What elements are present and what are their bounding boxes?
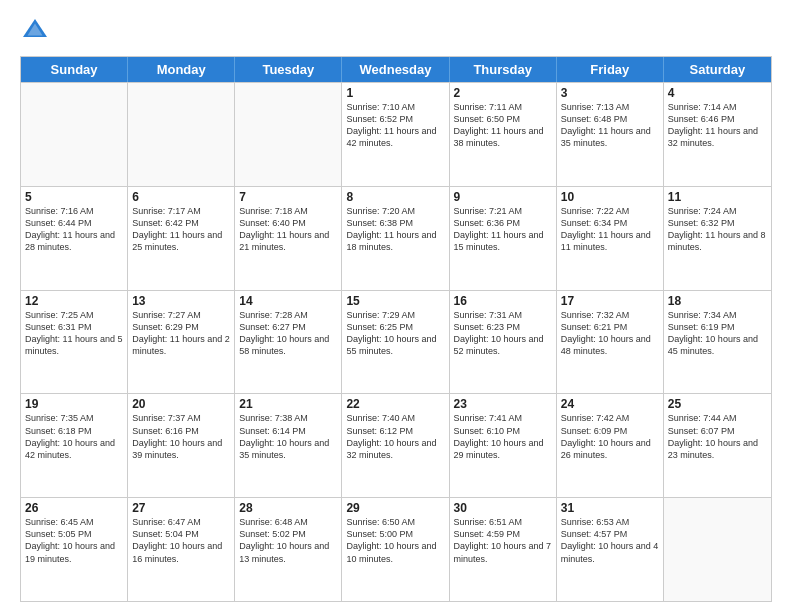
- calendar-day-23: 23Sunrise: 7:41 AM Sunset: 6:10 PM Dayli…: [450, 394, 557, 497]
- calendar-row-4: 19Sunrise: 7:35 AM Sunset: 6:18 PM Dayli…: [21, 393, 771, 497]
- day-number: 1: [346, 86, 444, 100]
- day-number: 6: [132, 190, 230, 204]
- day-number: 19: [25, 397, 123, 411]
- calendar-body: 1Sunrise: 7:10 AM Sunset: 6:52 PM Daylig…: [21, 82, 771, 601]
- calendar-day-6: 6Sunrise: 7:17 AM Sunset: 6:42 PM Daylig…: [128, 187, 235, 290]
- calendar-day-18: 18Sunrise: 7:34 AM Sunset: 6:19 PM Dayli…: [664, 291, 771, 394]
- day-header-saturday: Saturday: [664, 57, 771, 82]
- calendar-row-3: 12Sunrise: 7:25 AM Sunset: 6:31 PM Dayli…: [21, 290, 771, 394]
- day-number: 11: [668, 190, 767, 204]
- day-info: Sunrise: 6:50 AM Sunset: 5:00 PM Dayligh…: [346, 516, 444, 565]
- day-number: 4: [668, 86, 767, 100]
- day-number: 9: [454, 190, 552, 204]
- day-number: 30: [454, 501, 552, 515]
- day-info: Sunrise: 7:21 AM Sunset: 6:36 PM Dayligh…: [454, 205, 552, 254]
- calendar-day-2: 2Sunrise: 7:11 AM Sunset: 6:50 PM Daylig…: [450, 83, 557, 186]
- day-number: 18: [668, 294, 767, 308]
- calendar-day-25: 25Sunrise: 7:44 AM Sunset: 6:07 PM Dayli…: [664, 394, 771, 497]
- day-number: 23: [454, 397, 552, 411]
- day-number: 17: [561, 294, 659, 308]
- day-info: Sunrise: 7:16 AM Sunset: 6:44 PM Dayligh…: [25, 205, 123, 254]
- logo: [20, 16, 52, 46]
- day-header-sunday: Sunday: [21, 57, 128, 82]
- day-number: 25: [668, 397, 767, 411]
- calendar-day-4: 4Sunrise: 7:14 AM Sunset: 6:46 PM Daylig…: [664, 83, 771, 186]
- day-header-monday: Monday: [128, 57, 235, 82]
- day-number: 8: [346, 190, 444, 204]
- calendar-day-21: 21Sunrise: 7:38 AM Sunset: 6:14 PM Dayli…: [235, 394, 342, 497]
- calendar-day-28: 28Sunrise: 6:48 AM Sunset: 5:02 PM Dayli…: [235, 498, 342, 601]
- calendar-day-13: 13Sunrise: 7:27 AM Sunset: 6:29 PM Dayli…: [128, 291, 235, 394]
- day-number: 16: [454, 294, 552, 308]
- calendar-day-20: 20Sunrise: 7:37 AM Sunset: 6:16 PM Dayli…: [128, 394, 235, 497]
- day-number: 21: [239, 397, 337, 411]
- day-number: 2: [454, 86, 552, 100]
- day-number: 22: [346, 397, 444, 411]
- calendar-day-30: 30Sunrise: 6:51 AM Sunset: 4:59 PM Dayli…: [450, 498, 557, 601]
- day-info: Sunrise: 7:35 AM Sunset: 6:18 PM Dayligh…: [25, 412, 123, 461]
- day-info: Sunrise: 7:44 AM Sunset: 6:07 PM Dayligh…: [668, 412, 767, 461]
- calendar-day-19: 19Sunrise: 7:35 AM Sunset: 6:18 PM Dayli…: [21, 394, 128, 497]
- day-header-tuesday: Tuesday: [235, 57, 342, 82]
- day-info: Sunrise: 7:38 AM Sunset: 6:14 PM Dayligh…: [239, 412, 337, 461]
- calendar-day-31: 31Sunrise: 6:53 AM Sunset: 4:57 PM Dayli…: [557, 498, 664, 601]
- day-info: Sunrise: 7:17 AM Sunset: 6:42 PM Dayligh…: [132, 205, 230, 254]
- day-number: 27: [132, 501, 230, 515]
- day-info: Sunrise: 6:45 AM Sunset: 5:05 PM Dayligh…: [25, 516, 123, 565]
- calendar-header: SundayMondayTuesdayWednesdayThursdayFrid…: [21, 57, 771, 82]
- calendar-day-27: 27Sunrise: 6:47 AM Sunset: 5:04 PM Dayli…: [128, 498, 235, 601]
- calendar-day-15: 15Sunrise: 7:29 AM Sunset: 6:25 PM Dayli…: [342, 291, 449, 394]
- day-info: Sunrise: 7:31 AM Sunset: 6:23 PM Dayligh…: [454, 309, 552, 358]
- calendar-day-26: 26Sunrise: 6:45 AM Sunset: 5:05 PM Dayli…: [21, 498, 128, 601]
- day-info: Sunrise: 6:48 AM Sunset: 5:02 PM Dayligh…: [239, 516, 337, 565]
- calendar-day-7: 7Sunrise: 7:18 AM Sunset: 6:40 PM Daylig…: [235, 187, 342, 290]
- header: [20, 16, 772, 46]
- day-number: 13: [132, 294, 230, 308]
- calendar-day-5: 5Sunrise: 7:16 AM Sunset: 6:44 PM Daylig…: [21, 187, 128, 290]
- calendar-day-empty: [235, 83, 342, 186]
- calendar: SundayMondayTuesdayWednesdayThursdayFrid…: [20, 56, 772, 602]
- day-info: Sunrise: 7:20 AM Sunset: 6:38 PM Dayligh…: [346, 205, 444, 254]
- day-info: Sunrise: 6:47 AM Sunset: 5:04 PM Dayligh…: [132, 516, 230, 565]
- logo-icon: [20, 16, 50, 46]
- calendar-day-1: 1Sunrise: 7:10 AM Sunset: 6:52 PM Daylig…: [342, 83, 449, 186]
- calendar-day-10: 10Sunrise: 7:22 AM Sunset: 6:34 PM Dayli…: [557, 187, 664, 290]
- calendar-row-1: 1Sunrise: 7:10 AM Sunset: 6:52 PM Daylig…: [21, 82, 771, 186]
- calendar-day-24: 24Sunrise: 7:42 AM Sunset: 6:09 PM Dayli…: [557, 394, 664, 497]
- day-number: 12: [25, 294, 123, 308]
- calendar-day-29: 29Sunrise: 6:50 AM Sunset: 5:00 PM Dayli…: [342, 498, 449, 601]
- calendar-day-8: 8Sunrise: 7:20 AM Sunset: 6:38 PM Daylig…: [342, 187, 449, 290]
- day-number: 29: [346, 501, 444, 515]
- day-info: Sunrise: 7:18 AM Sunset: 6:40 PM Dayligh…: [239, 205, 337, 254]
- day-info: Sunrise: 7:34 AM Sunset: 6:19 PM Dayligh…: [668, 309, 767, 358]
- calendar-row-5: 26Sunrise: 6:45 AM Sunset: 5:05 PM Dayli…: [21, 497, 771, 601]
- day-info: Sunrise: 7:11 AM Sunset: 6:50 PM Dayligh…: [454, 101, 552, 150]
- day-number: 14: [239, 294, 337, 308]
- calendar-day-3: 3Sunrise: 7:13 AM Sunset: 6:48 PM Daylig…: [557, 83, 664, 186]
- calendar-day-16: 16Sunrise: 7:31 AM Sunset: 6:23 PM Dayli…: [450, 291, 557, 394]
- calendar-day-17: 17Sunrise: 7:32 AM Sunset: 6:21 PM Dayli…: [557, 291, 664, 394]
- day-info: Sunrise: 7:32 AM Sunset: 6:21 PM Dayligh…: [561, 309, 659, 358]
- day-info: Sunrise: 6:53 AM Sunset: 4:57 PM Dayligh…: [561, 516, 659, 565]
- day-number: 28: [239, 501, 337, 515]
- day-info: Sunrise: 7:25 AM Sunset: 6:31 PM Dayligh…: [25, 309, 123, 358]
- day-info: Sunrise: 7:14 AM Sunset: 6:46 PM Dayligh…: [668, 101, 767, 150]
- day-info: Sunrise: 7:10 AM Sunset: 6:52 PM Dayligh…: [346, 101, 444, 150]
- calendar-day-12: 12Sunrise: 7:25 AM Sunset: 6:31 PM Dayli…: [21, 291, 128, 394]
- calendar-day-empty: [664, 498, 771, 601]
- day-number: 10: [561, 190, 659, 204]
- day-number: 7: [239, 190, 337, 204]
- calendar-day-empty: [128, 83, 235, 186]
- day-number: 20: [132, 397, 230, 411]
- day-number: 15: [346, 294, 444, 308]
- calendar-day-11: 11Sunrise: 7:24 AM Sunset: 6:32 PM Dayli…: [664, 187, 771, 290]
- day-info: Sunrise: 7:28 AM Sunset: 6:27 PM Dayligh…: [239, 309, 337, 358]
- day-info: Sunrise: 7:40 AM Sunset: 6:12 PM Dayligh…: [346, 412, 444, 461]
- page: SundayMondayTuesdayWednesdayThursdayFrid…: [0, 0, 792, 612]
- day-info: Sunrise: 7:27 AM Sunset: 6:29 PM Dayligh…: [132, 309, 230, 358]
- day-number: 31: [561, 501, 659, 515]
- day-header-wednesday: Wednesday: [342, 57, 449, 82]
- day-header-thursday: Thursday: [450, 57, 557, 82]
- day-info: Sunrise: 6:51 AM Sunset: 4:59 PM Dayligh…: [454, 516, 552, 565]
- day-header-friday: Friday: [557, 57, 664, 82]
